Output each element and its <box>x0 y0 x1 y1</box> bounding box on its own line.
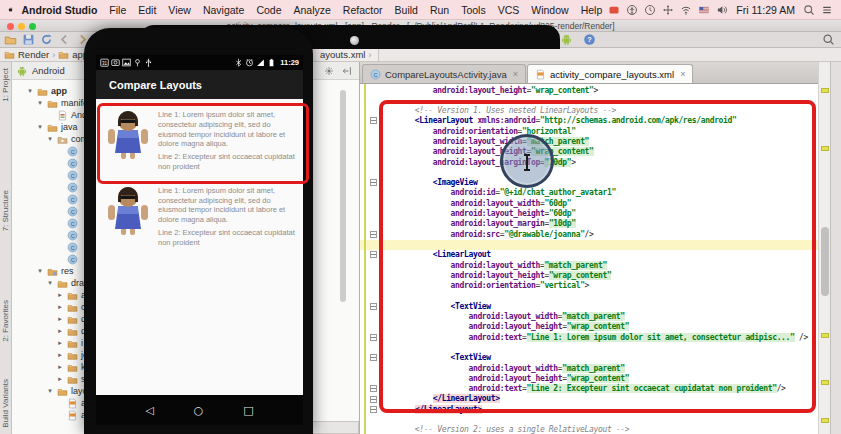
folder <box>58 49 69 60</box>
collapse-panel-icon[interactable] <box>341 65 353 77</box>
code-line: android:layout_height="wrap_content" <box>360 147 818 157</box>
pin-icon <box>133 58 142 67</box>
code-line: android:layout_width="60dp" <box>360 199 818 209</box>
volume-icon[interactable] <box>716 4 728 16</box>
menu-help[interactable]: Help <box>575 4 609 16</box>
left-toolwindow-strip: 1: Project7: Structure2: FavoritesBuild … <box>0 62 12 434</box>
tree-closed-arrow-icon[interactable]: ▸ <box>56 327 64 335</box>
menubar-clock[interactable]: Fri 11:29 AM <box>736 4 795 16</box>
project-scrollbar[interactable] <box>340 90 346 302</box>
tree-closed-arrow-icon[interactable]: ▸ <box>56 291 64 299</box>
toolwindow-tab-2-favorites[interactable]: 2: Favorites <box>1 300 10 342</box>
flag-icon[interactable] <box>698 4 710 16</box>
crumb-render[interactable]: Render <box>4 49 49 60</box>
tree-open-arrow-icon[interactable]: ▾ <box>46 279 54 287</box>
status-time: 11:29 <box>280 58 299 67</box>
change-marker[interactable] <box>821 146 829 151</box>
package <box>57 134 68 145</box>
tree-open-arrow-icon[interactable]: ▾ <box>26 87 34 95</box>
accessibility-icon[interactable] <box>626 4 638 16</box>
apple-menu-icon[interactable] <box>8 3 14 17</box>
signal-icon <box>256 58 265 67</box>
back-icon[interactable] <box>58 33 71 46</box>
fold-marker[interactable] <box>370 117 377 124</box>
tree-closed-arrow-icon[interactable]: ▸ <box>56 351 64 359</box>
tree-closed-arrow-icon[interactable]: ▸ <box>56 339 64 347</box>
record-icon[interactable] <box>608 4 620 16</box>
folder <box>4 49 15 60</box>
menu-file[interactable]: File <box>103 4 132 16</box>
move-icon[interactable] <box>662 4 674 16</box>
menu-run[interactable]: Run <box>424 4 455 16</box>
android-icon[interactable] <box>560 33 573 46</box>
toolwindow-tab-7-structure[interactable]: 7: Structure <box>1 190 10 231</box>
project-view-selector[interactable]: Android <box>32 65 65 76</box>
code-editor[interactable]: android:layout_height="wrap_content"> <!… <box>360 84 818 434</box>
clock-icon[interactable] <box>644 4 656 16</box>
fold-marker[interactable] <box>370 179 377 186</box>
menu-window[interactable]: Window <box>525 4 574 16</box>
refresh-icon[interactable] <box>40 33 53 46</box>
tree-closed-arrow-icon[interactable]: ▸ <box>56 303 64 311</box>
toolwindow-tab-1-project[interactable]: 1: Project <box>1 68 10 102</box>
tree-open-arrow-icon[interactable]: ▾ <box>46 387 54 395</box>
fold-marker[interactable] <box>370 385 377 392</box>
list-icon[interactable] <box>821 4 833 16</box>
tab-comparelayoutsactivity-java[interactable]: CCompareLayoutsActivity.java× <box>362 64 526 83</box>
fold-marker[interactable] <box>370 406 377 413</box>
xml <box>535 69 546 80</box>
phone-content-list: Line 1: Lorem ipsum dolor sit amet, cons… <box>96 99 303 395</box>
menu-build[interactable]: Build <box>389 4 424 16</box>
change-marker[interactable] <box>821 380 829 385</box>
tree-closed-arrow-icon[interactable]: ▸ <box>56 315 64 323</box>
menu-view[interactable]: View <box>162 4 197 16</box>
tree-open-arrow-icon[interactable]: ▾ <box>36 267 44 275</box>
help-icon[interactable]: ? <box>583 33 596 46</box>
gear-icon[interactable] <box>323 65 335 77</box>
menu-android-studio[interactable]: Android Studio <box>16 4 104 16</box>
wifi-icon[interactable] <box>680 4 692 16</box>
fold-marker[interactable] <box>370 396 377 403</box>
editor-scrollbar-thumb[interactable] <box>821 227 829 296</box>
menu-navigate[interactable]: Navigate <box>197 4 250 16</box>
change-marker[interactable] <box>821 418 829 423</box>
tree-open-arrow-icon[interactable]: ▾ <box>36 123 44 131</box>
home-icon[interactable]: ○ <box>194 404 204 417</box>
recents-icon[interactable]: □ <box>243 404 253 417</box>
chat-list-item[interactable]: Line 1: Lorem ipsum dolor sit amet, cons… <box>96 180 303 256</box>
folder <box>57 278 68 289</box>
menu-tools[interactable]: Tools <box>455 4 492 16</box>
toolbar-search-icon[interactable] <box>822 33 835 46</box>
menu-vcs[interactable]: VCS <box>492 4 526 16</box>
android-view-icon <box>16 65 28 77</box>
code-line: android:layout_width="match_parent" <box>360 312 818 322</box>
fold-marker[interactable] <box>370 251 377 258</box>
close-tab-icon[interactable]: × <box>513 69 518 79</box>
chat-list-item[interactable]: Line 1: Lorem ipsum dolor sit amet, cons… <box>96 104 303 180</box>
fold-marker[interactable] <box>370 231 377 238</box>
tab-activity-compare-layouts-xml[interactable]: activity_compare_layouts.xml× <box>527 64 693 83</box>
tree-closed-arrow-icon[interactable]: ▸ <box>56 363 64 371</box>
menu-refactor[interactable]: Refactor <box>337 4 389 16</box>
calendar-icon: 31 <box>100 58 109 67</box>
menu-code[interactable]: Code <box>250 4 287 16</box>
change-marker[interactable] <box>821 333 829 338</box>
menu-edit[interactable]: Edit <box>132 4 162 16</box>
back-icon[interactable]: ◁ <box>145 404 153 417</box>
open-icon[interactable] <box>4 33 17 46</box>
toolwindow-tab-build-variants[interactable]: Build Variants <box>1 379 10 428</box>
tree-closed-arrow-icon[interactable]: ▸ <box>56 375 64 383</box>
close-tab-icon[interactable]: × <box>680 69 685 79</box>
breadcrumb-tail[interactable]: ayouts.xml› <box>316 48 379 61</box>
tree-open-arrow-icon[interactable]: ▾ <box>36 99 44 107</box>
change-marker[interactable] <box>821 88 829 93</box>
save-icon[interactable] <box>22 33 35 46</box>
error-stripe[interactable] <box>818 62 830 434</box>
class: C <box>67 182 78 193</box>
fold-marker[interactable] <box>370 303 377 310</box>
fold-marker[interactable] <box>370 334 377 341</box>
menu-analyze[interactable]: Analyze <box>288 4 337 16</box>
search-icon[interactable] <box>803 4 815 16</box>
tree-open-arrow-icon[interactable]: ▾ <box>46 135 54 143</box>
fold-marker[interactable] <box>370 354 377 361</box>
